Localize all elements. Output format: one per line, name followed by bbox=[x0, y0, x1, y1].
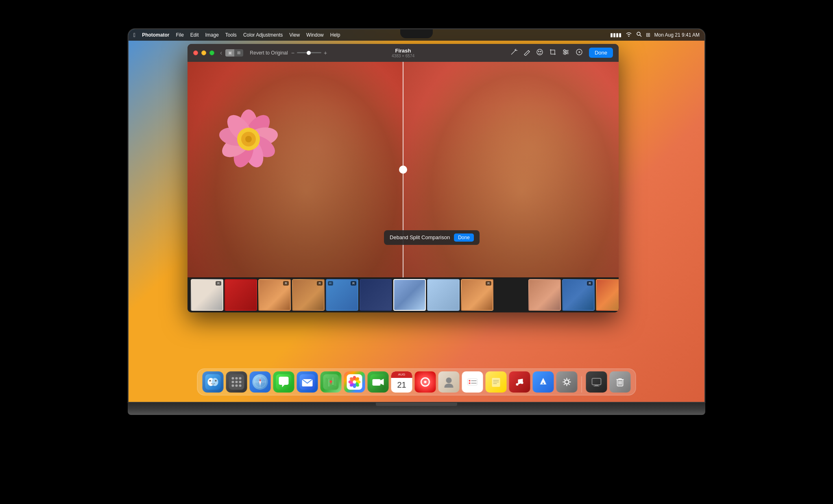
svg-point-36 bbox=[236, 377, 238, 380]
film-thumb-5[interactable]: R ✏ bbox=[326, 279, 358, 311]
svg-line-89 bbox=[569, 379, 569, 380]
single-view-button[interactable]: ▣ bbox=[225, 49, 234, 57]
svg-point-9 bbox=[540, 51, 541, 52]
svg-point-31 bbox=[212, 378, 218, 386]
grid-view-button[interactable]: ⊞ bbox=[234, 49, 243, 57]
menu-window[interactable]: Window bbox=[306, 32, 324, 38]
zoom-slider[interactable] bbox=[297, 52, 321, 53]
markup-icon[interactable] bbox=[523, 48, 530, 57]
zoom-in-button[interactable]: + bbox=[324, 50, 327, 56]
film-thumb-11[interactable] bbox=[528, 279, 561, 311]
film-thumb-2[interactable] bbox=[225, 279, 257, 311]
film-thumb-4[interactable]: R bbox=[292, 279, 325, 311]
window-title: Firash bbox=[392, 48, 414, 54]
menubar-left:  Photomator File Edit Image Tools Color… bbox=[133, 32, 610, 38]
dock-facetime[interactable] bbox=[368, 371, 389, 393]
desktop:  Photomator File Edit Image Tools Color… bbox=[129, 29, 704, 402]
svg-line-1 bbox=[640, 35, 641, 37]
minimize-button[interactable] bbox=[201, 50, 206, 55]
svg-point-0 bbox=[637, 32, 640, 35]
share-icon[interactable] bbox=[575, 48, 583, 57]
dock-messages[interactable] bbox=[273, 371, 294, 393]
dock-divider bbox=[582, 376, 582, 393]
split-comparison-line[interactable] bbox=[403, 62, 403, 277]
dock-screentime[interactable] bbox=[586, 371, 607, 393]
dock-contacts[interactable] bbox=[438, 371, 460, 393]
dock-safari[interactable] bbox=[250, 371, 271, 393]
dock-notes[interactable] bbox=[486, 371, 507, 393]
dock-music[interactable] bbox=[509, 371, 530, 393]
dock-finder[interactable] bbox=[203, 371, 224, 393]
dock-mail[interactable] bbox=[297, 371, 318, 393]
svg-point-41 bbox=[232, 384, 234, 387]
menu-tools[interactable]: Tools bbox=[225, 32, 237, 38]
dock-system-preferences[interactable] bbox=[556, 371, 578, 393]
svg-point-64 bbox=[353, 380, 356, 384]
dock-reminders[interactable] bbox=[462, 371, 483, 393]
film-thumb-3[interactable]: R bbox=[258, 279, 291, 311]
svg-point-38 bbox=[232, 381, 234, 383]
dock-calendar[interactable]: AUG 21 bbox=[391, 371, 412, 393]
dock-appstore[interactable] bbox=[533, 371, 554, 393]
svg-point-54 bbox=[330, 380, 332, 383]
film-thumb-9[interactable]: R bbox=[461, 279, 493, 311]
film-thumb-8[interactable] bbox=[427, 279, 460, 311]
svg-point-39 bbox=[236, 381, 238, 383]
split-handle[interactable] bbox=[399, 166, 407, 174]
film-thumb-7[interactable] bbox=[393, 279, 426, 311]
svg-point-32 bbox=[209, 380, 211, 382]
svg-point-13 bbox=[564, 50, 565, 51]
dock-maps[interactable] bbox=[321, 371, 342, 393]
svg-line-87 bbox=[564, 379, 565, 380]
dock-colorui[interactable] bbox=[415, 371, 436, 393]
magic-wand-icon[interactable] bbox=[510, 48, 517, 57]
menu-edit[interactable]: Edit bbox=[190, 32, 199, 38]
photo-after bbox=[403, 62, 619, 277]
tooltip-label: Deband Split Comparison bbox=[390, 234, 450, 240]
svg-point-28 bbox=[245, 136, 252, 142]
controlcenter-icon[interactable]: ⊞ bbox=[646, 32, 650, 38]
svg-rect-91 bbox=[592, 378, 601, 385]
image-viewport: Deband Split Comparison Done bbox=[188, 62, 619, 277]
film-badge-12: R bbox=[587, 281, 593, 286]
dock-trash[interactable] bbox=[610, 371, 631, 393]
menu-help[interactable]: Help bbox=[330, 32, 340, 38]
search-icon[interactable] bbox=[636, 31, 642, 38]
revert-to-original-button[interactable]: Revert to Original bbox=[250, 50, 288, 56]
face-retouching-icon[interactable] bbox=[536, 48, 543, 57]
titlebar-center: Firash 4383 × 6574 bbox=[392, 48, 414, 58]
titlebar: ‹ ▣ ⊞ Revert to Original − + bbox=[188, 44, 619, 62]
screen-bezel:  Photomator File Edit Image Tools Color… bbox=[128, 28, 705, 403]
clock-display: Mon Aug 21 9:41 AM bbox=[654, 32, 700, 38]
svg-point-82 bbox=[565, 380, 569, 384]
menu-view[interactable]: View bbox=[289, 32, 300, 38]
film-thumb-13[interactable] bbox=[596, 279, 619, 311]
app-name-menu[interactable]: Photomator bbox=[142, 32, 169, 38]
maximize-button[interactable] bbox=[209, 50, 214, 55]
film-thumb-6[interactable] bbox=[360, 279, 392, 311]
window-subtitle: 4383 × 6574 bbox=[392, 54, 414, 58]
tooltip-done-button[interactable]: Done bbox=[454, 233, 474, 242]
dock-launchpad[interactable] bbox=[226, 371, 247, 393]
crop-icon[interactable] bbox=[549, 48, 556, 57]
menu-image[interactable]: Image bbox=[205, 32, 219, 38]
done-button[interactable]: Done bbox=[589, 48, 613, 58]
laptop-bottom bbox=[128, 403, 705, 415]
menu-file[interactable]: File bbox=[176, 32, 183, 38]
film-thumb-10[interactable] bbox=[495, 279, 527, 311]
dock-photos[interactable] bbox=[344, 371, 365, 393]
zoom-out-button[interactable]: − bbox=[291, 50, 294, 56]
apple-logo-icon[interactable]:  bbox=[133, 32, 135, 38]
close-button[interactable] bbox=[193, 50, 198, 55]
film-thumb-1[interactable]: R bbox=[191, 279, 223, 311]
calendar-month: AUG bbox=[398, 373, 405, 376]
svg-point-15 bbox=[564, 53, 566, 55]
svg-point-37 bbox=[239, 377, 242, 380]
svg-line-2 bbox=[511, 51, 515, 55]
back-arrow-icon[interactable]: ‹ bbox=[220, 49, 222, 57]
zoom-slider-thumb bbox=[307, 51, 311, 55]
film-thumb-12[interactable]: R bbox=[562, 279, 595, 311]
svg-rect-71 bbox=[468, 379, 478, 385]
adjustments-icon[interactable] bbox=[562, 48, 569, 57]
menu-color-adjustments[interactable]: Color Adjustments bbox=[243, 32, 283, 38]
